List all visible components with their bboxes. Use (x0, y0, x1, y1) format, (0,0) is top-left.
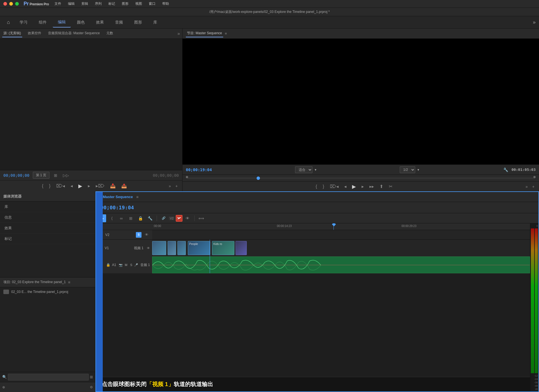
menu-window[interactable]: 窗口 (148, 1, 157, 7)
v1-clip-fx[interactable] (236, 241, 247, 255)
program-fit-select[interactable]: 适合 (295, 166, 312, 173)
nav-assembly[interactable]: 组件 (34, 18, 52, 27)
a1-track-s-label[interactable]: S (129, 263, 133, 267)
source-btn-insert[interactable]: 📥 (108, 183, 117, 189)
timeline-tool-addtrack[interactable]: ⊞ (127, 214, 135, 222)
search-input[interactable] (8, 374, 89, 380)
tab-source[interactable]: 源: (无剪辑) (2, 30, 22, 37)
v2-sync-btn[interactable]: 🔗 (160, 214, 168, 222)
v1-clip-2[interactable] (168, 241, 176, 255)
a1-track-camera-icon[interactable]: 📷 (119, 263, 123, 267)
program-btn-extract[interactable]: ✂ (387, 183, 394, 190)
tab-effect-controls[interactable]: 效果控件 (27, 30, 42, 37)
timeline-tool-wrench[interactable]: 🔧 (146, 214, 154, 222)
settings-icon[interactable]: ⚙ (90, 385, 93, 389)
new-bin-icon[interactable]: ⊕ (2, 385, 5, 389)
home-button[interactable]: ⌂ (3, 17, 13, 27)
source-icon1[interactable]: ⊞ (53, 173, 58, 178)
scrubber-playhead[interactable] (257, 176, 260, 180)
vu-bars (531, 228, 538, 374)
program-wrench-icon[interactable]: 🔧 (502, 167, 509, 173)
a1-track-m-label[interactable]: M (124, 263, 128, 267)
source-btn-mark-in[interactable]: { (40, 183, 45, 189)
program-btn-step-back[interactable]: ◂ (342, 183, 348, 190)
source-panel-menu[interactable]: » (177, 31, 180, 36)
source-btn-step-back[interactable]: ◂ (69, 183, 74, 189)
timeline-tool-link[interactable]: ∞ (117, 214, 125, 222)
v1-clip-1[interactable] (152, 241, 166, 255)
menu-file[interactable]: 文件 (53, 1, 62, 7)
v2-eye-btn[interactable]: 👁 (143, 231, 150, 238)
timeline-ruler: :00:00 00:00:14:23 00:00:29:23 (96, 223, 530, 230)
nav-graphics[interactable]: 图形 (129, 18, 147, 27)
nav-library[interactable]: 库 (148, 18, 162, 27)
source-btn-goto-in[interactable]: ⌦◂ (54, 183, 67, 189)
source-icon2[interactable]: ▷▷ (62, 173, 70, 178)
program-btn-goto-out[interactable]: ▸▸ (368, 183, 376, 190)
project-file-item[interactable]: 02_03 E... the Timeline panel_1.prproj (0, 287, 95, 296)
source-btn-step-fwd[interactable]: ▸ (86, 183, 92, 189)
program-btn-lift[interactable]: ⬆ (378, 183, 385, 190)
program-btn-play[interactable]: ▶ (350, 183, 358, 190)
timeline-tool-lock[interactable]: 🔒 (136, 214, 144, 222)
search-filter-icon[interactable]: ⊞ (90, 375, 93, 379)
menu-view[interactable]: 视图 (134, 1, 143, 7)
vu-meter-panel: 0 -12 -24 -36 -48 dB (530, 223, 538, 391)
menu-markers[interactable]: 标记 (107, 1, 116, 7)
nav-audio[interactable]: 音频 (110, 18, 128, 27)
menu-clip[interactable]: 剪辑 (80, 1, 89, 7)
v1-clip-kids[interactable]: Kids ro (212, 241, 234, 255)
timeline-tool-snap[interactable]: ⟨ (108, 214, 116, 222)
source-btn-overwrite[interactable]: 📤 (120, 183, 129, 189)
nav-color[interactable]: 颜色 (72, 18, 90, 27)
source-btn-add[interactable]: + (174, 183, 179, 189)
a1-playhead (210, 256, 210, 273)
sidebar-item-info[interactable]: 信息 (0, 212, 95, 223)
program-btn-mark-out[interactable]: } (321, 184, 326, 190)
nav-edit[interactable]: 编辑 (53, 17, 71, 27)
v1-clip-people[interactable]: People (188, 241, 210, 255)
scrubber-end-dot (533, 176, 536, 178)
timeline-menu-icon[interactable]: ≡ (136, 195, 138, 199)
v2-label: V2 (169, 216, 175, 220)
v2-eye-off-btn[interactable] (176, 215, 182, 222)
sidebar-item-markers[interactable]: 标记 (0, 233, 95, 244)
timeline-zoom-fit[interactable]: ⟺ (197, 214, 205, 222)
program-btn-goto-in[interactable]: ⌦◂ (328, 183, 340, 190)
minimize-button[interactable] (9, 2, 13, 6)
sidebar-item-library[interactable]: 库 (0, 201, 95, 212)
tab-audio-mixer[interactable]: 音频剪辑混合器: Master Sequence (47, 30, 101, 37)
v1-clip-3[interactable] (177, 241, 186, 255)
sidebar-item-effects[interactable]: 效果 (0, 223, 95, 233)
source-page-indicator: 第 1 页 (33, 172, 49, 179)
v2-visibility-btn[interactable]: 👁 (184, 214, 191, 222)
v1-eye-btn[interactable]: 👁 (147, 246, 150, 250)
nav-effects[interactable]: 效果 (91, 18, 109, 27)
menu-help[interactable]: 帮助 (161, 1, 170, 7)
program-btn-add[interactable]: + (531, 184, 536, 189)
tab-program[interactable]: 节目: Master Sequence (186, 30, 223, 37)
program-panel-menu[interactable]: ≡ (225, 31, 227, 36)
waveform-center-line (152, 265, 530, 265)
source-btn-goto-out[interactable]: ▸⌦ (94, 183, 106, 189)
program-btn-more[interactable]: » (524, 184, 529, 189)
program-ratio-select[interactable]: 1/2 (400, 166, 415, 173)
nav-learn[interactable]: 学习 (15, 18, 33, 27)
program-btn-step-fwd[interactable]: ▸ (360, 183, 366, 190)
menu-sequence[interactable]: 序列 (94, 1, 103, 7)
source-btn-play[interactable]: ▶ (77, 182, 84, 190)
tab-metadata[interactable]: 元数 (105, 30, 114, 37)
a1-track-mic-icon[interactable]: 🎤 (134, 263, 138, 267)
menu-graphics[interactable]: 图形 (121, 1, 130, 7)
timeline-timecode-row: 00;00:19:04 (96, 202, 538, 213)
source-btn-mark-out[interactable]: } (47, 183, 52, 189)
maximize-button[interactable] (15, 2, 19, 6)
program-btn-mark-in[interactable]: { (314, 184, 319, 190)
nav-more-button[interactable]: » (533, 19, 536, 25)
v2-track-controls: 🔒 V2 S 👁 (96, 230, 152, 239)
menu-edit[interactable]: 编辑 (67, 1, 76, 7)
a1-lock-icon[interactable]: 🔒 (106, 263, 110, 267)
close-button[interactable] (3, 2, 7, 6)
source-btn-more[interactable]: » (168, 183, 172, 189)
project-menu-icon[interactable]: ≡ (68, 280, 70, 285)
